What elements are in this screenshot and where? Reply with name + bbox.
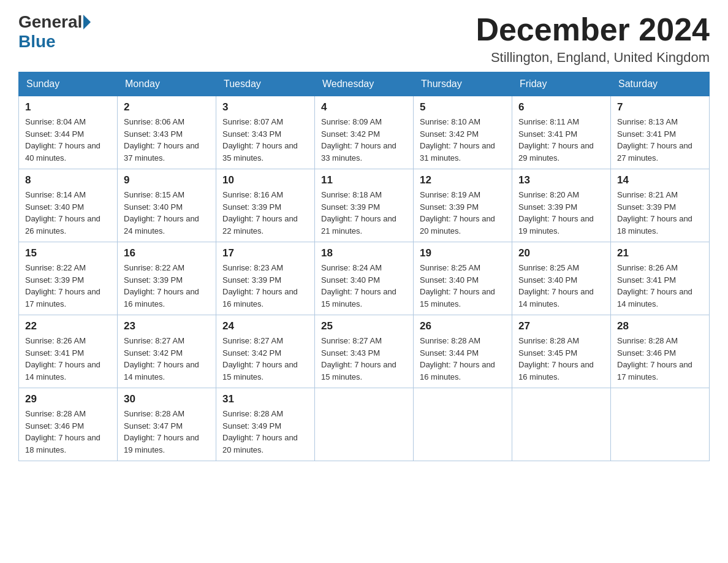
day-number: 25 xyxy=(321,320,407,332)
day-number: 9 xyxy=(124,174,210,186)
calendar-day-cell: 29 Sunrise: 8:28 AMSunset: 3:46 PMDaylig… xyxy=(19,388,118,461)
day-number: 10 xyxy=(222,174,308,186)
calendar-day-cell: 8 Sunrise: 8:14 AMSunset: 3:40 PMDayligh… xyxy=(19,169,118,242)
day-number: 17 xyxy=(222,247,308,259)
day-info: Sunrise: 8:28 AMSunset: 3:47 PMDaylight:… xyxy=(124,409,199,454)
calendar-day-cell: 11 Sunrise: 8:18 AMSunset: 3:39 PMDaylig… xyxy=(315,169,414,242)
calendar-day-cell: 9 Sunrise: 8:15 AMSunset: 3:40 PMDayligh… xyxy=(118,169,216,242)
calendar-day-cell: 5 Sunrise: 8:10 AMSunset: 3:42 PMDayligh… xyxy=(414,96,512,169)
logo: General Blue xyxy=(18,12,92,52)
day-number: 30 xyxy=(124,393,210,405)
calendar-day-cell: 12 Sunrise: 8:19 AMSunset: 3:39 PMDaylig… xyxy=(414,169,512,242)
title-block: December 2024 Stillington, England, Unit… xyxy=(476,12,710,66)
day-number: 28 xyxy=(617,320,703,332)
calendar-day-cell xyxy=(315,388,414,461)
calendar-day-cell: 27 Sunrise: 8:28 AMSunset: 3:45 PMDaylig… xyxy=(512,315,611,388)
calendar-day-cell: 28 Sunrise: 8:28 AMSunset: 3:46 PMDaylig… xyxy=(611,315,710,388)
day-number: 12 xyxy=(420,174,506,186)
day-info: Sunrise: 8:22 AMSunset: 3:39 PMDaylight:… xyxy=(25,263,100,308)
day-info: Sunrise: 8:27 AMSunset: 3:43 PMDaylight:… xyxy=(321,336,396,381)
day-info: Sunrise: 8:18 AMSunset: 3:39 PMDaylight:… xyxy=(321,190,396,236)
calendar-day-cell: 13 Sunrise: 8:20 AMSunset: 3:39 PMDaylig… xyxy=(512,169,611,242)
calendar-day-cell: 31 Sunrise: 8:28 AMSunset: 3:49 PMDaylig… xyxy=(216,388,315,461)
day-number: 21 xyxy=(617,247,703,259)
calendar-day-cell: 14 Sunrise: 8:21 AMSunset: 3:39 PMDaylig… xyxy=(611,169,710,242)
day-number: 27 xyxy=(518,320,604,332)
calendar-day-cell: 16 Sunrise: 8:22 AMSunset: 3:39 PMDaylig… xyxy=(118,242,216,315)
day-number: 20 xyxy=(518,247,604,259)
calendar-day-cell: 30 Sunrise: 8:28 AMSunset: 3:47 PMDaylig… xyxy=(118,388,216,461)
header-thursday: Thursday xyxy=(414,72,512,96)
calendar-day-cell: 22 Sunrise: 8:26 AMSunset: 3:41 PMDaylig… xyxy=(19,315,118,388)
calendar-day-cell: 6 Sunrise: 8:11 AMSunset: 3:41 PMDayligh… xyxy=(512,96,611,169)
day-info: Sunrise: 8:27 AMSunset: 3:42 PMDaylight:… xyxy=(124,336,199,381)
header-wednesday: Wednesday xyxy=(315,72,414,96)
day-info: Sunrise: 8:07 AMSunset: 3:43 PMDaylight:… xyxy=(222,117,298,163)
day-info: Sunrise: 8:28 AMSunset: 3:46 PMDaylight:… xyxy=(617,336,692,381)
day-number: 7 xyxy=(617,101,703,113)
calendar-day-cell xyxy=(512,388,611,461)
calendar-table: Sunday Monday Tuesday Wednesday Thursday… xyxy=(18,72,710,461)
day-number: 15 xyxy=(25,247,111,259)
day-info: Sunrise: 8:09 AMSunset: 3:42 PMDaylight:… xyxy=(321,117,396,163)
day-info: Sunrise: 8:13 AMSunset: 3:41 PMDaylight:… xyxy=(617,117,692,163)
calendar-day-cell: 21 Sunrise: 8:26 AMSunset: 3:41 PMDaylig… xyxy=(611,242,710,315)
calendar-title: December 2024 xyxy=(476,12,710,47)
day-number: 13 xyxy=(518,174,604,186)
day-info: Sunrise: 8:15 AMSunset: 3:40 PMDaylight:… xyxy=(124,190,199,236)
day-info: Sunrise: 8:26 AMSunset: 3:41 PMDaylight:… xyxy=(25,336,100,381)
day-info: Sunrise: 8:28 AMSunset: 3:49 PMDaylight:… xyxy=(222,409,298,454)
day-info: Sunrise: 8:26 AMSunset: 3:41 PMDaylight:… xyxy=(617,263,692,308)
day-info: Sunrise: 8:06 AMSunset: 3:43 PMDaylight:… xyxy=(124,117,199,163)
day-number: 3 xyxy=(222,101,308,113)
calendar-day-cell: 17 Sunrise: 8:23 AMSunset: 3:39 PMDaylig… xyxy=(216,242,315,315)
calendar-day-cell: 26 Sunrise: 8:28 AMSunset: 3:44 PMDaylig… xyxy=(414,315,512,388)
day-number: 26 xyxy=(420,320,506,332)
header-sunday: Sunday xyxy=(19,72,118,96)
day-number: 23 xyxy=(124,320,210,332)
day-number: 29 xyxy=(25,393,111,405)
day-info: Sunrise: 8:25 AMSunset: 3:40 PMDaylight:… xyxy=(518,263,594,308)
calendar-day-cell: 7 Sunrise: 8:13 AMSunset: 3:41 PMDayligh… xyxy=(611,96,710,169)
day-info: Sunrise: 8:16 AMSunset: 3:39 PMDaylight:… xyxy=(222,190,298,236)
day-info: Sunrise: 8:20 AMSunset: 3:39 PMDaylight:… xyxy=(518,190,594,236)
day-info: Sunrise: 8:19 AMSunset: 3:39 PMDaylight:… xyxy=(420,190,495,236)
day-info: Sunrise: 8:11 AMSunset: 3:41 PMDaylight:… xyxy=(518,117,594,163)
calendar-week-row: 29 Sunrise: 8:28 AMSunset: 3:46 PMDaylig… xyxy=(19,388,710,461)
day-info: Sunrise: 8:23 AMSunset: 3:39 PMDaylight:… xyxy=(222,263,298,308)
day-number: 16 xyxy=(124,247,210,259)
day-number: 5 xyxy=(420,101,506,113)
header-saturday: Saturday xyxy=(611,72,710,96)
calendar-header: Sunday Monday Tuesday Wednesday Thursday… xyxy=(19,72,710,96)
day-info: Sunrise: 8:22 AMSunset: 3:39 PMDaylight:… xyxy=(124,263,199,308)
day-info: Sunrise: 8:28 AMSunset: 3:45 PMDaylight:… xyxy=(518,336,594,381)
calendar-day-cell xyxy=(611,388,710,461)
calendar-body: 1 Sunrise: 8:04 AMSunset: 3:44 PMDayligh… xyxy=(19,96,710,461)
day-info: Sunrise: 8:28 AMSunset: 3:46 PMDaylight:… xyxy=(25,409,100,454)
day-number: 11 xyxy=(321,174,407,186)
calendar-day-cell: 10 Sunrise: 8:16 AMSunset: 3:39 PMDaylig… xyxy=(216,169,315,242)
day-number: 19 xyxy=(420,247,506,259)
logo-general-text: General xyxy=(18,12,82,32)
day-number: 1 xyxy=(25,101,111,113)
day-info: Sunrise: 8:28 AMSunset: 3:44 PMDaylight:… xyxy=(420,336,495,381)
calendar-day-cell: 23 Sunrise: 8:27 AMSunset: 3:42 PMDaylig… xyxy=(118,315,216,388)
calendar-day-cell: 2 Sunrise: 8:06 AMSunset: 3:43 PMDayligh… xyxy=(118,96,216,169)
day-info: Sunrise: 8:04 AMSunset: 3:44 PMDaylight:… xyxy=(25,117,100,163)
day-info: Sunrise: 8:14 AMSunset: 3:40 PMDaylight:… xyxy=(25,190,100,236)
calendar-day-cell: 18 Sunrise: 8:24 AMSunset: 3:40 PMDaylig… xyxy=(315,242,414,315)
calendar-subtitle: Stillington, England, United Kingdom xyxy=(476,50,710,66)
calendar-day-cell: 4 Sunrise: 8:09 AMSunset: 3:42 PMDayligh… xyxy=(315,96,414,169)
day-info: Sunrise: 8:27 AMSunset: 3:42 PMDaylight:… xyxy=(222,336,298,381)
header-tuesday: Tuesday xyxy=(216,72,315,96)
calendar-day-cell: 19 Sunrise: 8:25 AMSunset: 3:40 PMDaylig… xyxy=(414,242,512,315)
calendar-week-row: 22 Sunrise: 8:26 AMSunset: 3:41 PMDaylig… xyxy=(19,315,710,388)
day-number: 4 xyxy=(321,101,407,113)
calendar-day-cell: 3 Sunrise: 8:07 AMSunset: 3:43 PMDayligh… xyxy=(216,96,315,169)
header-friday: Friday xyxy=(512,72,611,96)
day-number: 22 xyxy=(25,320,111,332)
calendar-day-cell: 24 Sunrise: 8:27 AMSunset: 3:42 PMDaylig… xyxy=(216,315,315,388)
calendar-day-cell xyxy=(414,388,512,461)
calendar-day-cell: 1 Sunrise: 8:04 AMSunset: 3:44 PMDayligh… xyxy=(19,96,118,169)
header-monday: Monday xyxy=(118,72,216,96)
